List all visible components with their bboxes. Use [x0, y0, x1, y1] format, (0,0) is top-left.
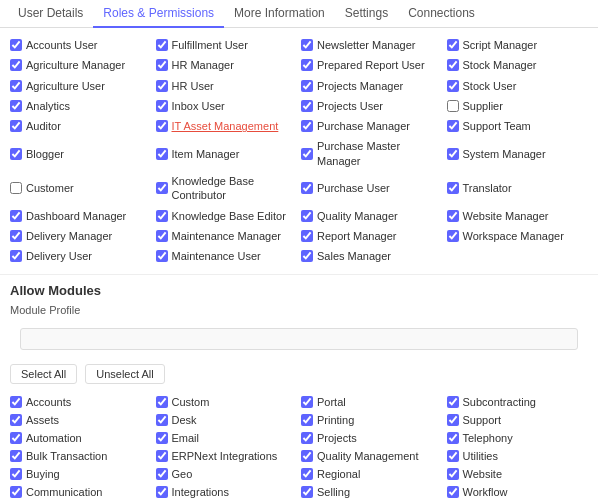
role-item: Website Manager [447, 207, 589, 225]
role-checkbox[interactable] [447, 100, 459, 112]
role-label: Newsletter Manager [317, 38, 415, 52]
tab-more-info[interactable]: More Information [224, 0, 335, 28]
role-checkbox[interactable] [156, 39, 168, 51]
role-checkbox[interactable] [10, 182, 22, 194]
role-label: Report Manager [317, 229, 397, 243]
module-checkbox[interactable] [156, 450, 168, 462]
role-item: Agriculture User [10, 77, 152, 95]
module-checkbox[interactable] [447, 486, 459, 498]
module-checkbox[interactable] [10, 396, 22, 408]
module-checkbox[interactable] [156, 396, 168, 408]
module-item: Accounts [10, 394, 152, 410]
role-label: Agriculture User [26, 79, 105, 93]
module-item: Support [447, 412, 589, 428]
role-item: Delivery User [10, 247, 152, 265]
module-checkbox[interactable] [447, 396, 459, 408]
role-checkbox[interactable] [10, 230, 22, 242]
role-item: Maintenance Manager [156, 227, 298, 245]
role-checkbox[interactable] [156, 230, 168, 242]
tab-settings[interactable]: Settings [335, 0, 398, 28]
role-label: Purchase Manager [317, 119, 410, 133]
module-item: Email [156, 430, 298, 446]
module-checkbox[interactable] [301, 468, 313, 480]
role-checkbox[interactable] [156, 80, 168, 92]
role-checkbox[interactable] [156, 182, 168, 194]
role-checkbox[interactable] [156, 210, 168, 222]
module-checkbox[interactable] [156, 414, 168, 426]
roles-section: Accounts UserFulfillment UserNewsletter … [0, 28, 598, 274]
role-checkbox[interactable] [447, 210, 459, 222]
module-checkbox[interactable] [447, 432, 459, 444]
role-checkbox[interactable] [301, 80, 313, 92]
module-profile-input[interactable] [20, 328, 578, 350]
role-checkbox[interactable] [10, 100, 22, 112]
module-checkbox[interactable] [156, 468, 168, 480]
module-checkbox[interactable] [447, 414, 459, 426]
module-checkbox[interactable] [156, 432, 168, 444]
role-checkbox[interactable] [447, 80, 459, 92]
role-checkbox[interactable] [301, 39, 313, 51]
role-checkbox[interactable] [10, 210, 22, 222]
role-checkbox[interactable] [301, 250, 313, 262]
role-label: Workspace Manager [463, 229, 564, 243]
role-label: Quality Manager [317, 209, 398, 223]
module-label: Custom [172, 396, 210, 408]
role-item: Stock Manager [447, 56, 589, 74]
module-label: Subcontracting [463, 396, 536, 408]
module-checkbox[interactable] [10, 468, 22, 480]
module-checkbox[interactable] [301, 414, 313, 426]
select-all-button[interactable]: Select All [10, 364, 77, 384]
module-checkbox[interactable] [301, 432, 313, 444]
role-checkbox[interactable] [301, 210, 313, 222]
role-checkbox[interactable] [447, 230, 459, 242]
role-checkbox[interactable] [156, 148, 168, 160]
tab-user-details[interactable]: User Details [8, 0, 93, 28]
module-item: Integrations [156, 484, 298, 500]
role-item: Delivery Manager [10, 227, 152, 245]
module-checkbox[interactable] [301, 396, 313, 408]
role-checkbox[interactable] [10, 148, 22, 160]
module-item: Utilities [447, 448, 589, 464]
module-checkbox[interactable] [156, 486, 168, 498]
module-checkbox[interactable] [301, 486, 313, 498]
allow-modules-header: Allow Modules [0, 274, 598, 302]
module-checkbox[interactable] [10, 414, 22, 426]
role-item: Agriculture Manager [10, 56, 152, 74]
tab-connections[interactable]: Connections [398, 0, 485, 28]
module-label: Utilities [463, 450, 498, 462]
role-checkbox[interactable] [301, 148, 313, 160]
role-checkbox[interactable] [156, 100, 168, 112]
module-checkbox[interactable] [447, 468, 459, 480]
role-label: HR User [172, 79, 214, 93]
role-checkbox[interactable] [10, 120, 22, 132]
role-checkbox[interactable] [301, 182, 313, 194]
role-checkbox[interactable] [301, 230, 313, 242]
module-checkbox[interactable] [10, 486, 22, 498]
role-checkbox[interactable] [10, 39, 22, 51]
module-checkbox[interactable] [447, 450, 459, 462]
module-checkbox[interactable] [10, 432, 22, 444]
module-checkbox[interactable] [301, 450, 313, 462]
role-checkbox[interactable] [301, 120, 313, 132]
role-checkbox[interactable] [447, 148, 459, 160]
unselect-all-button[interactable]: Unselect All [85, 364, 164, 384]
module-item: Geo [156, 466, 298, 482]
role-label: Projects Manager [317, 79, 403, 93]
role-checkbox[interactable] [10, 59, 22, 71]
role-checkbox[interactable] [447, 59, 459, 71]
role-checkbox[interactable] [10, 250, 22, 262]
role-checkbox[interactable] [301, 100, 313, 112]
role-checkbox[interactable] [156, 120, 168, 132]
role-checkbox[interactable] [447, 120, 459, 132]
role-label: Knowledge Base Contributor [172, 174, 298, 203]
role-checkbox[interactable] [10, 80, 22, 92]
role-checkbox[interactable] [447, 182, 459, 194]
module-checkbox[interactable] [10, 450, 22, 462]
role-checkbox[interactable] [301, 59, 313, 71]
role-checkbox[interactable] [156, 250, 168, 262]
module-label: Desk [172, 414, 197, 426]
tab-roles-permissions[interactable]: Roles & Permissions [93, 0, 224, 28]
role-checkbox[interactable] [447, 39, 459, 51]
role-checkbox[interactable] [156, 59, 168, 71]
role-label: Accounts User [26, 38, 98, 52]
